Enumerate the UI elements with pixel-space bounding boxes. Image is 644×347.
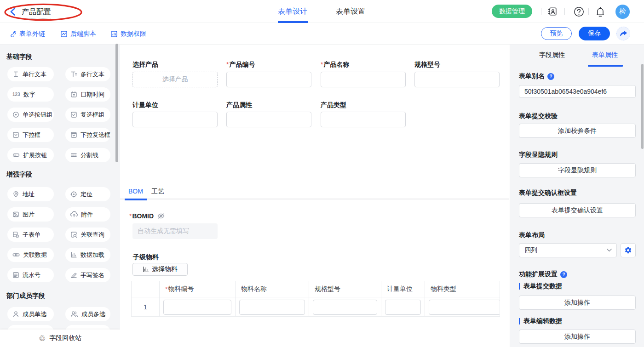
svg-text:?: ? (562, 272, 565, 277)
svg-text:?: ? (549, 74, 552, 79)
